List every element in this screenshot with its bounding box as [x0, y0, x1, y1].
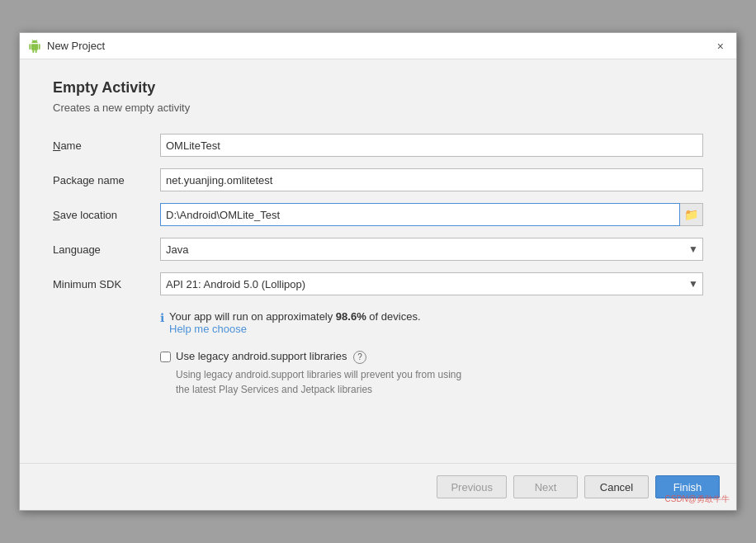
- info-icon: ℹ: [160, 311, 164, 324]
- title-bar-left: New Project: [28, 40, 105, 53]
- language-row: Language Java Kotlin ▼: [53, 238, 703, 261]
- folder-browse-button[interactable]: 📁: [680, 203, 703, 226]
- package-label: Package name: [53, 174, 160, 187]
- new-project-dialog: New Project × Empty Activity Creates a n…: [19, 32, 737, 511]
- sdk-row: Minimum SDK API 21: Android 5.0 (Lollipo…: [53, 272, 703, 295]
- section-subtitle: Creates a new empty activity: [53, 102, 703, 114]
- save-location-label-text: Save location: [53, 209, 117, 221]
- section-title: Empty Activity: [53, 79, 703, 97]
- save-location-input-wrapper: 📁: [160, 203, 703, 226]
- watermark: CSDN@勇敢牛牛: [665, 493, 730, 505]
- language-select[interactable]: Java Kotlin: [160, 238, 703, 261]
- save-location-label: Save location: [53, 209, 160, 221]
- save-location-input[interactable]: [160, 203, 680, 226]
- sdk-label-text: Minimum SDK: [53, 278, 121, 290]
- close-button[interactable]: ×: [713, 38, 728, 54]
- dialog-footer: Previous Next Cancel Finish: [20, 463, 736, 510]
- next-button[interactable]: Next: [513, 475, 578, 498]
- android-icon: [28, 40, 41, 53]
- name-input[interactable]: [160, 134, 703, 157]
- cancel-button[interactable]: Cancel: [584, 475, 649, 498]
- legacy-libraries-row: Use legacy android.support libraries ? U…: [160, 350, 703, 397]
- name-row: Name: [53, 134, 703, 157]
- sdk-select[interactable]: API 21: Android 5.0 (Lollipop) API 22: A…: [160, 272, 703, 295]
- save-location-row: Save location 📁: [53, 203, 703, 226]
- language-select-wrapper: Java Kotlin ▼: [160, 238, 703, 261]
- previous-button[interactable]: Previous: [437, 475, 507, 498]
- info-content: Your app will run on approximately 98.6%…: [169, 310, 421, 335]
- checkbox-description: Using legacy android.support libraries w…: [176, 367, 461, 397]
- package-input[interactable]: [160, 168, 703, 191]
- title-bar: New Project ×: [20, 33, 736, 59]
- folder-icon: 📁: [684, 208, 698, 221]
- checkbox-label-row: Use legacy android.support libraries ?: [176, 350, 461, 364]
- checkbox-content: Use legacy android.support libraries ? U…: [176, 350, 461, 397]
- sdk-select-wrapper: API 21: Android 5.0 (Lollipop) API 22: A…: [160, 272, 703, 295]
- help-me-choose-link[interactable]: Help me choose: [169, 323, 247, 335]
- package-label-text: Package name: [53, 174, 125, 187]
- language-label-text: Language: [53, 243, 101, 256]
- info-text-before: Your app will run on approximately: [169, 310, 336, 323]
- name-label: Name: [53, 139, 160, 152]
- name-label-text: Name: [53, 139, 82, 152]
- info-text-after: of devices.: [366, 310, 421, 323]
- question-icon[interactable]: ?: [353, 351, 366, 364]
- info-row: ℹ Your app will run on approximately 98.…: [160, 310, 703, 335]
- package-row: Package name: [53, 168, 703, 191]
- info-text: Your app will run on approximately 98.6%…: [169, 310, 421, 323]
- sdk-label: Minimum SDK: [53, 278, 160, 290]
- legacy-libraries-checkbox[interactable]: [160, 352, 171, 362]
- info-percent: 98.6%: [336, 310, 366, 323]
- dialog-title: New Project: [47, 40, 105, 52]
- checkbox-label: Use legacy android.support libraries: [176, 350, 347, 362]
- dialog-content: Empty Activity Creates a new empty activ…: [20, 59, 736, 463]
- language-label: Language: [53, 243, 160, 256]
